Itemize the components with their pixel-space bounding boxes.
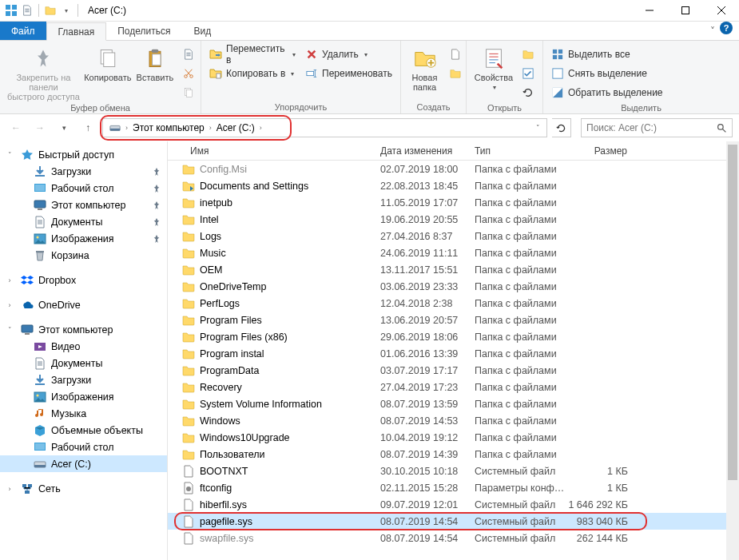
file-icon [182,498,195,511]
vertical-scrollbar[interactable] [726,141,739,560]
sidebar-network[interactable]: ›Сеть [0,480,167,497]
file-row[interactable]: pagefile.sys08.07.2019 14:54Системный фа… [168,513,739,530]
new-item-icon[interactable] [447,46,461,63]
search-icon [717,123,727,133]
file-row[interactable]: ProgramData03.07.2019 17:17Папка с файла… [168,362,739,379]
copy-to-button[interactable]: Копировать в▾ [206,65,299,82]
sidebar-documents[interactable]: Документы [0,213,167,230]
sidebar-downloads[interactable]: Загрузки [0,163,167,180]
col-size-header[interactable]: Размер [567,145,634,157]
navigation-bar: ← → ▾ ↑ › Этот компьютер › Acer (C:) › ˅… [0,114,739,141]
folder-icon [182,381,195,394]
file-type: Папка с файлами [468,432,567,443]
file-row[interactable]: ftconfig02.11.2015 15:28Параметры конф…1… [168,479,739,496]
forward-button[interactable]: → [30,118,50,137]
sidebar-videos[interactable]: Видео [0,338,167,355]
file-row[interactable]: Music24.06.2019 11:11Папка с файлами [168,244,739,261]
up-button[interactable]: ↑ [78,118,97,137]
file-row[interactable]: Program Files (x86)29.06.2019 18:06Папка… [168,328,739,345]
address-bar[interactable]: › Этот компьютер › Acer (C:) › ˅ [102,118,547,137]
sidebar-onedrive[interactable]: ›OneDrive [0,296,167,313]
file-type: Системный файл [468,466,567,477]
minimize-button[interactable] [631,0,667,22]
back-button[interactable]: ← [6,118,26,137]
col-date-header[interactable]: Дата изменения [374,145,468,157]
sidebar-desktop[interactable]: Рабочий стол [0,180,167,197]
file-row[interactable]: OEM13.11.2017 15:51Папка с файлами [168,261,739,278]
copy-button[interactable]: Копировать [85,44,130,82]
sidebar-this-pc-quick[interactable]: Этот компьютер [0,197,167,213]
recent-locations-button[interactable]: ▾ [54,118,74,137]
file-row[interactable]: BOOTNXT30.10.2015 10:18Системный файл1 К… [168,463,739,479]
qat-properties-icon[interactable] [21,4,34,17]
search-input[interactable]: Поиск: Acer (C:) [581,118,733,137]
col-name-header[interactable]: Имя [168,145,374,157]
invert-selection-button[interactable]: Обратить выделение [548,84,666,101]
sidebar-desktop2[interactable]: Рабочий стол [0,439,167,455]
tab-home[interactable]: Главная [46,22,107,41]
sidebar-pictures2[interactable]: Изображения [0,388,167,405]
file-row[interactable]: Recovery27.04.2019 17:23Папка с файлами [168,379,739,395]
paste-shortcut-icon[interactable] [180,46,196,63]
close-button[interactable] [703,0,739,22]
select-all-button[interactable]: Выделить все [548,46,666,63]
sidebar-recycle[interactable]: Корзина [0,247,167,264]
select-group-label: Выделить [548,101,734,114]
folder-icon [182,280,195,293]
help-icon[interactable]: ? [720,22,733,34]
easy-access-icon[interactable] [447,65,461,82]
paste-link-icon[interactable] [180,84,196,101]
rename-button[interactable]: Переименовать [302,65,395,82]
file-row[interactable]: hiberfil.sys09.07.2019 12:01Системный фа… [168,496,739,513]
select-none-button[interactable]: Снять выделение [548,65,666,82]
history-icon[interactable] [519,84,537,101]
sidebar-3d-objects[interactable]: Объемные объекты [0,422,167,439]
paste-path-icon[interactable] [180,65,196,82]
crumb-this-pc[interactable]: Этот компьютер [129,119,208,137]
sidebar-downloads2[interactable]: Загрузки [0,371,167,388]
move-to-button[interactable]: Переместить в▾ [206,46,299,63]
open-icon[interactable] [519,46,537,63]
file-date: 03.06.2019 23:33 [374,281,468,292]
refresh-button[interactable] [552,118,571,137]
file-row[interactable]: Пользователи08.07.2019 14:39Папка с файл… [168,446,739,463]
tab-view[interactable]: Вид [182,22,223,40]
file-row[interactable]: Config.Msi02.07.2019 18:00Папка с файлам… [168,161,739,177]
file-row[interactable]: Logs27.04.2016 8:37Папка с файлами [168,228,739,244]
file-row[interactable]: Intel19.06.2019 20:55Папка с файлами [168,211,739,228]
file-row[interactable]: swapfile.sys08.07.2019 14:54Системный фа… [168,530,739,546]
file-row[interactable]: inetpub11.05.2019 17:07Папка с файлами [168,194,739,211]
maximize-button[interactable] [667,0,703,22]
file-row[interactable]: Program instal01.06.2016 13:39Папка с фа… [168,345,739,362]
file-row[interactable]: PerfLogs12.04.2018 2:38Папка с файлами [168,295,739,312]
paste-button[interactable]: Вставить [133,44,177,82]
sidebar-pictures[interactable]: Изображения [0,230,167,247]
file-type: Папка с файлами [468,399,567,410]
sidebar-documents2[interactable]: Документы [0,355,167,371]
file-row[interactable]: OneDriveTemp03.06.2019 23:33Папка с файл… [168,278,739,295]
pin-label: Закрепить на панели быстрого доступа [5,73,82,101]
qat-dropdown-icon[interactable]: ▾ [60,4,73,17]
sidebar-acer-c[interactable]: Acer (C:) [0,455,167,472]
col-type-header[interactable]: Тип [468,145,567,157]
file-row[interactable]: Windows08.07.2019 14:53Папка с файлами [168,412,739,429]
sidebar-music[interactable]: Музыка [0,405,167,422]
crumb-drive[interactable]: Acer (C:) [213,119,258,137]
pin-to-quick-access-button[interactable]: Закрепить на панели быстрого доступа [5,44,82,101]
tab-share[interactable]: Поделиться [106,22,182,40]
sidebar-dropbox[interactable]: ›Dropbox [0,272,167,288]
folder-icon [182,431,195,444]
new-folder-button[interactable]: Новая папка [406,44,443,92]
file-row[interactable]: Program Files13.06.2019 20:57Папка с фай… [168,312,739,328]
sidebar-this-pc[interactable]: ˅Этот компьютер [0,321,167,338]
properties-button[interactable]: Свойства ▾ [471,44,516,91]
tab-file[interactable]: Файл [0,22,46,40]
ribbon-collapse-icon[interactable]: ˅ [705,22,720,40]
file-row[interactable]: System Volume Information08.07.2019 13:5… [168,395,739,412]
sidebar-quick-access[interactable]: ˅Быстрый доступ [0,146,167,163]
delete-button[interactable]: Удалить▾ [302,46,395,63]
file-row[interactable]: Documents and Settings22.08.2013 18:45Па… [168,177,739,194]
qat-folder-icon[interactable] [44,4,57,17]
edit-icon[interactable] [519,65,537,82]
file-row[interactable]: Windows10Upgrade10.04.2019 19:12Папка с … [168,429,739,446]
